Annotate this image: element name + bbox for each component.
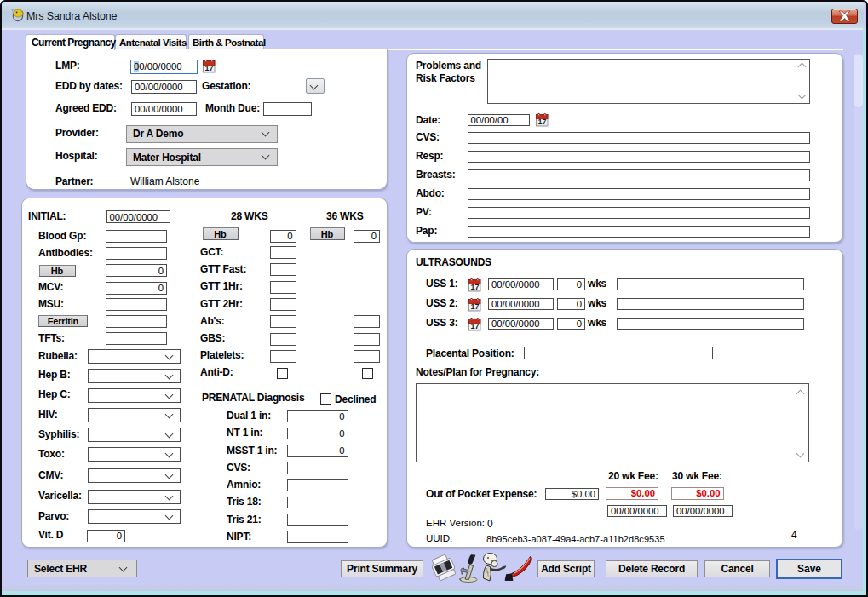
svg-text:17: 17 [470, 283, 479, 291]
svg-text:17: 17 [470, 302, 479, 311]
svg-text:17: 17 [537, 118, 546, 126]
svg-text:17: 17 [204, 64, 213, 72]
svg-text:17: 17 [470, 322, 479, 330]
